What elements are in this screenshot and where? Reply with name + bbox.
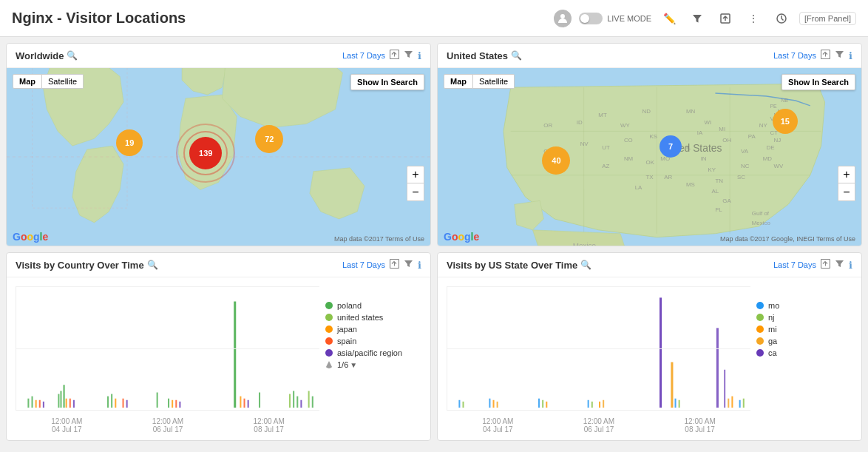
svg-rect-76 [289,394,291,408]
svg-rect-65 [27,399,29,408]
svg-rect-80 [312,397,313,408]
x-label-3: 12:00 AM 08 Jul 17 [254,417,285,434]
svg-text:FL: FL [715,206,722,213]
svg-text:WI: WI [705,119,712,126]
us-magnify-icon[interactable]: 🔍 [511,50,522,61]
us-zoom-controls: + − [838,166,855,201]
us-filter-icon[interactable] [835,50,844,61]
live-mode-toggle[interactable]: LIVE MODE [579,13,651,24]
pagination-arrow[interactable]: ▼ [350,361,357,369]
worldwide-satellite-btn[interactable]: Satellite [42,74,84,89]
us-state-chart-info-icon[interactable]: ℹ [849,260,852,271]
svg-rect-113 [603,400,604,408]
legend-mo: mo [756,301,852,310]
svg-text:AZ: AZ [602,163,609,169]
svg-rect-82 [66,399,67,408]
svg-rect-73 [168,399,169,408]
us-state-chart-export-icon[interactable] [821,259,830,271]
more-button[interactable]: ⋮ [743,8,764,29]
country-chart-info-icon[interactable]: ℹ [418,260,421,271]
legend-dot-japan [325,325,333,333]
us-map-btn[interactable]: Map [444,74,473,89]
x-label-1: 12:00 AM 04 Jul 17 [51,417,82,434]
us-state-grid-line-mid [447,348,750,349]
svg-rect-78 [296,397,298,408]
svg-rect-75 [259,393,260,408]
legend-japan: japan [325,325,421,334]
worldwide-zoom-out[interactable]: − [407,183,424,201]
svg-rect-104 [724,370,725,408]
edit-button[interactable]: ✏️ [659,8,679,29]
worldwide-info-icon[interactable]: ℹ [418,50,421,61]
svg-text:NV: NV [580,141,589,147]
svg-text:NB: NB [781,98,788,103]
export-button[interactable] [715,8,736,29]
us-state-chart-filter-icon[interactable] [835,259,844,271]
svg-text:IN: IN [701,155,707,162]
worldwide-show-in-search-btn[interactable]: Show In Search [350,74,424,90]
us-state-x-label-1: 12:00 AM 04 Jul 17 [482,417,513,434]
us-info-icon[interactable]: ℹ [849,50,852,61]
us-marker-7: 7 [660,135,682,158]
x-label-2: 12:00 AM 06 Jul 17 [152,417,183,434]
svg-rect-68 [60,391,61,408]
country-chart-container: 20 10 0 [7,277,430,440]
us-state-x-label-2: 12:00 AM 06 Jul 17 [583,417,614,434]
us-state-chart-area: 12:00 AM 04 Jul 17 12:00 AM 06 Jul 17 12… [447,286,750,411]
svg-text:MI: MI [719,126,725,132]
svg-rect-119 [743,399,745,408]
svg-rect-66 [32,397,33,408]
worldwide-last-days: Last 7 Days [342,51,385,60]
us-state-chart-magnify-icon[interactable]: 🔍 [580,260,591,270]
us-state-chart-x-axis: 12:00 AM 04 Jul 17 12:00 AM 06 Jul 17 12… [447,417,750,434]
us-zoom-out[interactable]: − [838,183,855,201]
svg-rect-108 [542,400,543,408]
page-title: Nginx - Visitor Locations [12,10,554,27]
pagination-text: 1/6 ▼ [337,360,357,369]
from-panel-badge: [From Panel] [799,12,856,25]
live-mode-label: LIVE MODE [607,14,651,23]
worldwide-map-btn[interactable]: Map [13,74,42,89]
us-zoom-in[interactable]: + [838,166,855,183]
us-state-chart-container: 20 10 0 [438,277,861,440]
us-satellite-btn[interactable]: Satellite [473,74,515,89]
legend-us: united states [325,313,421,322]
grid-line-top [16,286,319,287]
country-chart-title: Visits by Country Over Time 🔍 [16,260,342,271]
country-chart-filter-icon[interactable] [404,259,413,271]
svg-text:MT: MT [598,112,607,118]
svg-rect-114 [675,399,677,408]
svg-rect-98 [458,400,460,408]
country-chart-magnify-icon[interactable]: 🔍 [147,260,158,270]
us-google-text: Google [444,231,479,243]
svg-text:IA: IA [697,129,703,136]
toggle-track[interactable] [579,13,603,24]
svg-rect-77 [293,391,294,408]
svg-rect-103 [716,328,719,408]
svg-rect-72 [157,393,158,408]
worldwide-export-icon[interactable] [390,50,399,61]
us-export-icon[interactable] [821,50,830,61]
us-show-in-search-btn[interactable]: Show In Search [781,74,855,90]
svg-text:ID: ID [577,119,583,126]
legend-dot-ga [756,337,764,345]
filter-button[interactable] [687,8,708,29]
svg-rect-116 [728,399,729,408]
svg-rect-106 [493,400,495,408]
us-state-chart-area-wrapper: 20 10 0 [447,286,750,431]
country-chart-controls: Last 7 Days ℹ [342,259,421,271]
worldwide-zoom-in[interactable]: + [407,166,424,183]
svg-text:NY: NY [759,122,768,129]
svg-text:LA: LA [635,184,642,191]
worldwide-filter-icon[interactable] [404,50,413,61]
svg-text:UT: UT [602,144,610,151]
worldwide-google-text: Google [13,231,48,243]
country-chart-header: Visits by Country Over Time 🔍 Last 7 Day… [7,253,430,277]
worldwide-magnify-icon[interactable]: 🔍 [67,50,78,61]
country-chart-panel: Visits by Country Over Time 🔍 Last 7 Day… [6,252,431,441]
svg-rect-110 [588,400,589,408]
svg-text:KS: KS [650,133,658,140]
country-chart-export-icon[interactable] [390,259,399,271]
legend-dot-mi [756,325,764,333]
svg-text:MD: MD [763,155,773,162]
